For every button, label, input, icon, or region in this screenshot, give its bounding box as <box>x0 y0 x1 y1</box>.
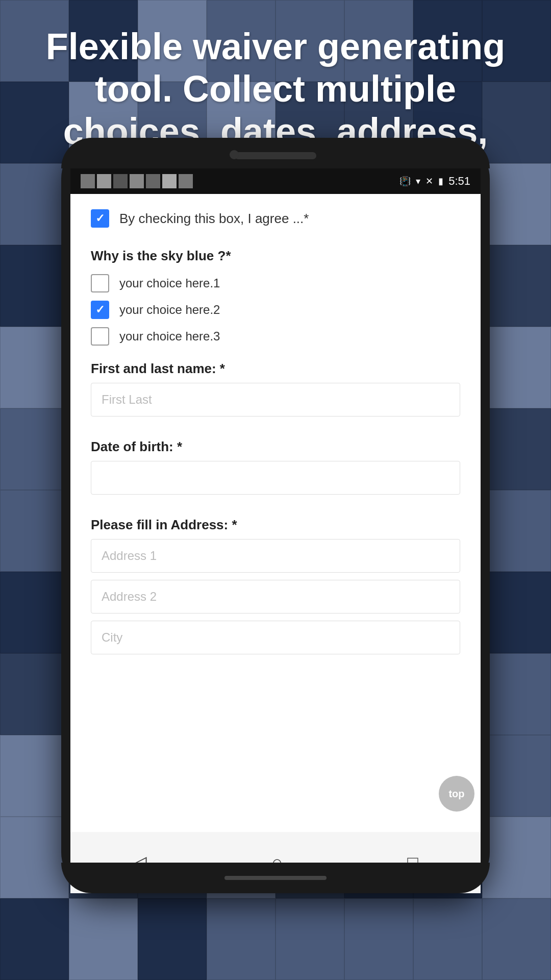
choice-2-checkmark: ✓ <box>95 303 105 316</box>
status-bar-left <box>81 174 193 188</box>
address2-input[interactable] <box>91 580 460 614</box>
choice-1-checkbox[interactable] <box>91 274 109 292</box>
phone-speaker <box>235 152 316 159</box>
phone-frame: 📳 ▾ ✕ ▮ 5:51 ✓ By checking this box, I a… <box>61 138 490 893</box>
scroll-to-top-button[interactable]: top <box>439 776 474 812</box>
choice-3-checkbox[interactable] <box>91 327 109 346</box>
status-time: 5:51 <box>448 175 470 188</box>
name-input[interactable] <box>91 383 460 416</box>
question-label: Why is the sky blue ?* <box>91 248 460 264</box>
top-button-label: top <box>448 788 464 800</box>
battery-icon: ▮ <box>438 176 443 187</box>
choice-option-2[interactable]: ✓ your choice here.2 <box>91 301 460 319</box>
signal-icon: ✕ <box>425 176 433 187</box>
phone-top <box>61 138 490 168</box>
agree-checkbox[interactable]: ✓ <box>91 209 109 228</box>
address-section <box>91 539 460 662</box>
choice-2-checkbox[interactable]: ✓ <box>91 301 109 319</box>
dob-input[interactable] <box>91 461 460 495</box>
choice-1-label: your choice here.1 <box>119 276 220 290</box>
address-label: Please fill in Address: * <box>91 517 460 533</box>
phone-screen: ✓ By checking this box, I agree ...* Why… <box>70 194 481 832</box>
wifi-icon: ▾ <box>416 176 420 187</box>
choice-3-label: your choice here.3 <box>119 329 220 344</box>
checkmark-icon: ✓ <box>95 212 105 225</box>
choice-option-1[interactable]: your choice here.1 <box>91 274 460 292</box>
phone-camera <box>230 150 239 159</box>
dob-label: Date of birth: * <box>91 439 460 455</box>
choice-2-label: your choice here.2 <box>119 303 220 317</box>
status-bar: 📳 ▾ ✕ ▮ 5:51 <box>70 168 481 194</box>
screen-content: ✓ By checking this box, I agree ...* Why… <box>70 194 481 832</box>
vibrate-icon: 📳 <box>399 176 411 187</box>
status-bar-right: 📳 ▾ ✕ ▮ 5:51 <box>399 175 470 188</box>
name-label: First and last name: * <box>91 361 460 377</box>
choice-option-3[interactable]: your choice here.3 <box>91 327 460 346</box>
city-input[interactable] <box>91 621 460 654</box>
agree-label: By checking this box, I agree ...* <box>119 211 309 227</box>
bottom-pill <box>224 876 327 880</box>
address1-input[interactable] <box>91 539 460 573</box>
phone-bottom <box>61 863 490 893</box>
agree-row[interactable]: ✓ By checking this box, I agree ...* <box>91 209 460 228</box>
